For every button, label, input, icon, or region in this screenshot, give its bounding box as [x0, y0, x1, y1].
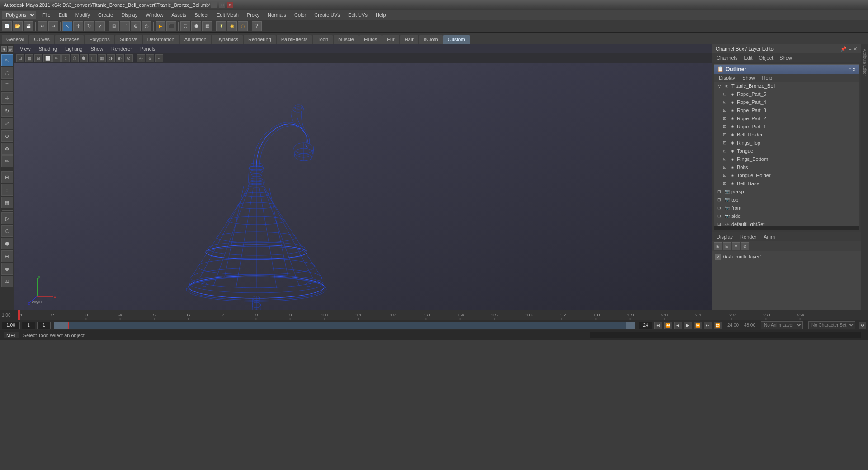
- toolbar-snap-point[interactable]: ⊕: [131, 21, 141, 31]
- layers-tb-1[interactable]: ⊞: [714, 242, 722, 250]
- outliner-content[interactable]: ▽ ⊞ Titanic_Bronze_Bell ⊡ ◈ Rope_Part_5 …: [714, 82, 859, 226]
- cb-edit[interactable]: Edit: [741, 55, 755, 61]
- toolbar-snap-curve[interactable]: ⌒: [120, 21, 130, 31]
- layers-tb-2[interactable]: ⊟: [723, 242, 731, 250]
- ol-show[interactable]: Show: [740, 75, 758, 81]
- ol-item-root[interactable]: ▽ ⊞ Titanic_Bronze_Bell: [714, 82, 859, 90]
- layers-tb-4[interactable]: ⊛: [741, 242, 749, 250]
- vp-tb-film-gate[interactable]: ⬜: [43, 54, 52, 62]
- tool-select[interactable]: ↖: [1, 54, 13, 66]
- cb-close-btn[interactable]: ✕: [853, 46, 857, 52]
- ol-item-ringsbottom[interactable]: ⊡ ◈ Rings_Bottom: [720, 155, 859, 163]
- vp-tb-ao[interactable]: ◐: [116, 54, 124, 62]
- cb-pin-btn[interactable]: 📌: [840, 46, 847, 52]
- toolbar-new[interactable]: 📄: [2, 21, 12, 31]
- ol-display[interactable]: Display: [716, 75, 738, 81]
- toolbar-scale[interactable]: ⤢: [95, 21, 105, 31]
- ol-item-bellholder[interactable]: ⊡ ◈ Bell_Holder: [720, 131, 859, 139]
- tab-hair[interactable]: Hair: [400, 35, 418, 44]
- menu-modify[interactable]: Modify: [72, 11, 94, 19]
- close-button[interactable]: ✕: [227, 2, 233, 8]
- menu-select[interactable]: Select: [191, 11, 212, 19]
- tab-fluids[interactable]: Fluids: [359, 35, 382, 44]
- tab-painteffects[interactable]: PaintEffects: [277, 35, 312, 44]
- range-start-handle[interactable]: [54, 322, 68, 329]
- ol-item-rope3[interactable]: ⊡ ◈ Rope_Part_3: [720, 106, 859, 114]
- tool-lattice[interactable]: ⬢: [1, 238, 13, 249]
- ol-item-rope4[interactable]: ⊡ ◈ Rope_Part_4: [720, 98, 859, 106]
- tool-ik[interactable]: ⊗: [1, 263, 13, 275]
- current-frame-input[interactable]: [22, 322, 35, 329]
- menu-help[interactable]: Help: [372, 11, 390, 19]
- timeline-area[interactable]: 1.00 1 2 3 4 5 6 7 8 9 10 1: [0, 310, 868, 320]
- tab-dynamics[interactable]: Dynamics: [212, 35, 243, 44]
- quick-btn-2[interactable]: ◎: [8, 46, 13, 52]
- ol-item-side[interactable]: ⊡ 📷 side: [714, 212, 859, 220]
- tool-show-manip[interactable]: ⊞: [1, 171, 13, 183]
- outliner-maximize[interactable]: □: [849, 67, 851, 72]
- ol-item-rope1[interactable]: ⊡ ◈ Rope_Part_1: [720, 122, 859, 131]
- tab-ncloth[interactable]: nCloth: [419, 35, 443, 44]
- layers-tb-3[interactable]: ≡: [732, 242, 740, 250]
- ol-item-front[interactable]: ⊡ 📷 front: [714, 204, 859, 212]
- menu-window[interactable]: Window: [142, 11, 167, 19]
- tab-deformation[interactable]: Deformation: [143, 35, 179, 44]
- pb-go-start[interactable]: ⏮: [654, 322, 662, 329]
- tab-curves[interactable]: Curves: [29, 35, 54, 44]
- tool-scale[interactable]: ⤢: [1, 118, 13, 129]
- menu-display[interactable]: Display: [118, 11, 141, 19]
- toolbar-redo[interactable]: ↪: [48, 21, 58, 31]
- menu-normals[interactable]: Normals: [264, 11, 290, 19]
- vp-tb-wire[interactable]: ⬡: [71, 54, 79, 62]
- tool-hair-tool[interactable]: ≋: [1, 276, 13, 287]
- vp-menu-show[interactable]: Show: [87, 46, 107, 52]
- vp-tb-xray[interactable]: ⊛: [146, 54, 154, 62]
- vp-tb-hud[interactable]: ℹ: [61, 54, 70, 62]
- range-playback-area[interactable]: [68, 322, 626, 329]
- pb-play-back[interactable]: ◀: [674, 322, 682, 329]
- range-end-input[interactable]: [639, 322, 652, 329]
- tool-render-region[interactable]: ▷: [1, 212, 13, 224]
- ol-item-bolts[interactable]: ⊡ ◈ Bolts: [720, 163, 859, 171]
- attr-editor-tab[interactable]: Attribute Editor: [863, 49, 867, 76]
- tab-general[interactable]: General: [2, 35, 28, 44]
- vp-menu-renderer[interactable]: Renderer: [108, 46, 136, 52]
- pb-play[interactable]: ▶: [684, 322, 692, 329]
- vp-menu-shading[interactable]: Shading: [35, 46, 61, 52]
- tab-animation[interactable]: Animation: [180, 35, 211, 44]
- ol-item-persp[interactable]: ⊡ 📷 persp: [714, 188, 859, 196]
- menu-edit[interactable]: Edit: [55, 11, 71, 19]
- toolbar-render[interactable]: ▶: [156, 21, 165, 31]
- toolbar-open[interactable]: 📂: [13, 21, 23, 31]
- layers-menu-display[interactable]: Display: [714, 234, 736, 240]
- range-bar[interactable]: [54, 322, 635, 329]
- tool-move[interactable]: ✛: [1, 92, 13, 104]
- tool-cluster[interactable]: ⬡: [1, 225, 13, 237]
- tab-muscle[interactable]: Muscle: [334, 35, 359, 44]
- tab-rendering[interactable]: Rendering: [244, 35, 276, 44]
- layer-visibility-btn[interactable]: V: [715, 254, 721, 260]
- menu-file[interactable]: File: [39, 11, 54, 19]
- tool-lasso[interactable]: ⌒: [1, 80, 13, 91]
- ol-item-defaultlightset[interactable]: ⊡ ◎ defaultLightSet: [714, 220, 859, 226]
- vp-tb-depth-peel[interactable]: ⊙: [125, 54, 133, 62]
- cb-minimize-btn[interactable]: –: [849, 46, 851, 52]
- start-frame-input[interactable]: [2, 322, 20, 329]
- tool-sculpt[interactable]: ✏: [1, 155, 13, 167]
- maximize-button[interactable]: □: [219, 2, 225, 8]
- toolbar-help[interactable]: ?: [252, 21, 262, 31]
- vp-tb-resolution[interactable]: ▦: [25, 54, 33, 62]
- toolbar-snap-grid[interactable]: ⊞: [109, 21, 119, 31]
- outliner-minimize[interactable]: –: [845, 67, 848, 72]
- cb-object[interactable]: Object: [756, 55, 776, 61]
- anim-layer-selector[interactable]: No Anim Layer: [761, 321, 803, 329]
- vp-tb-textured[interactable]: ▦: [98, 54, 106, 62]
- toolbar-undo[interactable]: ↩: [38, 21, 47, 31]
- tab-surfaces[interactable]: Surfaces: [55, 35, 84, 44]
- layers-menu-anim[interactable]: Anim: [761, 234, 778, 240]
- menu-proxy[interactable]: Proxy: [243, 11, 263, 19]
- vp-tb-camera-persp[interactable]: ⊡: [16, 54, 24, 62]
- tool-rotate[interactable]: ↻: [1, 105, 13, 117]
- vp-tb-smooth-wire[interactable]: ⬢: [80, 54, 88, 62]
- tool-joint[interactable]: ⊖: [1, 250, 13, 262]
